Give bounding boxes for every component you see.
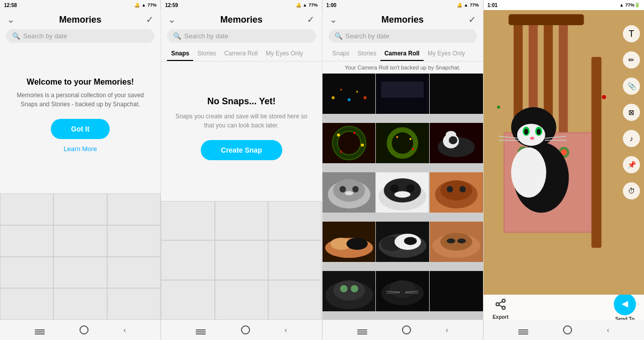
tab-stories-2[interactable]: Stories (193, 47, 220, 61)
photo-cell-11[interactable] (376, 222, 429, 262)
title-3: Memories (381, 15, 424, 25)
grid-cell (53, 193, 107, 225)
svg-point-35 (407, 184, 415, 192)
panel-3: ⌄ Memories ✓ 🔍 Search by date Snaps Stor… (323, 10, 484, 320)
nav-bar-3: ⌄ Memories ✓ (323, 10, 483, 29)
photo-cell-6[interactable] (430, 123, 483, 163)
back-icon-2[interactable]: ⌄ (168, 14, 176, 25)
tab-camera-roll-2[interactable]: Camera Roll (220, 47, 262, 61)
status-icons-1: 🔔 ▲ 77% (134, 3, 156, 8)
create-snap-button[interactable]: Create Snap (201, 140, 282, 160)
photo-svg-9 (430, 172, 483, 213)
search-placeholder-2: Search by date (184, 32, 228, 40)
timer-tool-icon[interactable]: ⏱ (623, 182, 640, 199)
grid-cell (107, 257, 160, 289)
photo-svg-8 (376, 172, 429, 213)
time-3: 1:00 (327, 3, 337, 8)
sticker-tool-icon[interactable]: 📎 (623, 78, 640, 95)
photo-cell-15[interactable] (430, 271, 483, 311)
tab-snaps-2[interactable]: Snaps (167, 47, 193, 61)
send-to-button[interactable]: Send To (614, 293, 636, 320)
photo-cell-4[interactable] (323, 123, 376, 163)
svg-point-50 (404, 237, 417, 245)
photo-cell-5[interactable] (376, 123, 429, 163)
back-icon-nav-4[interactable]: ‹ (607, 326, 609, 334)
cat-photo[interactable]: T ✏ 📎 ⊠ ♪ 📌 ⏱ (484, 10, 644, 295)
back-icon-1[interactable]: ⌄ (7, 14, 15, 25)
grid-cell (107, 225, 160, 257)
grid-cell (0, 193, 53, 225)
back-icon-nav-1[interactable]: ‹ (123, 326, 126, 334)
check-icon-3[interactable]: ✓ (468, 14, 476, 25)
bottom-nav-seg-4: ‹ (484, 320, 644, 340)
share-icon-svg (495, 298, 507, 310)
photo-cell-14[interactable] (376, 271, 429, 311)
text-tool-icon[interactable]: T (623, 25, 640, 42)
status-icons-4: ▲ 77%🔋 (619, 3, 640, 8)
export-icon (492, 295, 510, 313)
hamburger-icon-4[interactable] (518, 329, 528, 330)
pin-tool-icon[interactable]: 📌 (623, 156, 640, 173)
search-bar-3[interactable]: 🔍 Search by date (329, 29, 477, 43)
photo-svg-11 (376, 222, 429, 262)
tab-snaps-3[interactable]: Snaps (329, 47, 354, 61)
search-bar-2[interactable]: 🔍 Search by date (167, 29, 315, 43)
tab-my-eyes-only-2[interactable]: My Eyes Only (262, 47, 307, 61)
photo-cell-13[interactable] (323, 271, 376, 311)
hamburger-icon-2[interactable] (196, 329, 206, 330)
got-it-button[interactable]: Got It (51, 119, 110, 139)
photo-cell-7[interactable] (323, 172, 376, 213)
learn-more-link[interactable]: Learn More (63, 145, 97, 153)
battery-icon: 77% (147, 3, 156, 8)
bottom-actions: Export Send To (484, 295, 644, 320)
back-icon-3[interactable]: ⌄ (330, 14, 337, 25)
hamburger-icon-3[interactable] (357, 329, 367, 330)
grid-cell (215, 201, 268, 241)
home-icon-4[interactable] (563, 325, 572, 334)
time-2: 12:59 (165, 3, 178, 8)
svg-point-60 (351, 285, 358, 292)
photo-cell-12[interactable] (430, 222, 483, 262)
panel-4: T ✏ 📎 ⊠ ♪ 📌 ⏱ (484, 10, 644, 320)
send-icon (614, 293, 636, 315)
check-icon-2[interactable]: ✓ (307, 14, 314, 25)
svg-point-29 (352, 186, 359, 192)
svg-point-59 (340, 285, 347, 292)
photo-cell-3[interactable] (430, 74, 483, 114)
nav-bar-2: ⌄ Memories ✓ (161, 10, 321, 29)
photo-cell-10[interactable] (323, 222, 376, 262)
svg-point-36 (394, 191, 411, 198)
photo-cell-9[interactable] (430, 172, 483, 213)
back-icon-nav-2[interactable]: ‹ (285, 326, 287, 334)
svg-line-104 (499, 301, 502, 303)
tab-my-eyes-only-3[interactable]: My Eyes Only (424, 47, 469, 61)
tab-stories-3[interactable]: Stories (354, 47, 380, 61)
music-tool-icon[interactable]: ♪ (623, 130, 640, 147)
svg-point-17 (396, 136, 398, 138)
crop-tool-icon[interactable]: ⊠ (623, 104, 640, 121)
svg-rect-7 (381, 82, 424, 98)
back-icon-nav-3[interactable]: ‹ (446, 326, 448, 334)
search-icon-3: 🔍 (335, 32, 343, 40)
photo-cell-2[interactable] (376, 74, 429, 114)
camera-roll-notice: Your Camera Roll isn't backed up by Snap… (323, 61, 483, 74)
search-bar-1[interactable]: 🔍 Search by date (6, 29, 154, 43)
bottom-nav-seg-1: ‹ (0, 320, 161, 340)
check-icon-1[interactable]: ✓ (146, 14, 153, 25)
export-button[interactable]: Export (492, 295, 510, 320)
home-icon-1[interactable] (79, 325, 89, 334)
home-icon-3[interactable] (402, 325, 411, 334)
title-1: Memories (59, 15, 102, 25)
photo-svg-13 (323, 271, 376, 311)
photo-svg-2 (376, 74, 429, 114)
svg-marker-105 (622, 301, 628, 307)
hamburger-icon-1[interactable] (35, 329, 45, 330)
tab-camera-roll-3[interactable]: Camera Roll (380, 47, 424, 61)
home-icon-2[interactable] (241, 325, 250, 334)
draw-tool-icon[interactable]: ✏ (623, 51, 640, 69)
search-placeholder-1: Search by date (23, 32, 67, 40)
photo-cell-1[interactable] (323, 74, 376, 114)
photo-cell-8[interactable] (376, 172, 429, 213)
svg-point-24 (449, 136, 457, 144)
status-seg-2: 12:59 🔔 ▲ 77% (161, 0, 322, 10)
